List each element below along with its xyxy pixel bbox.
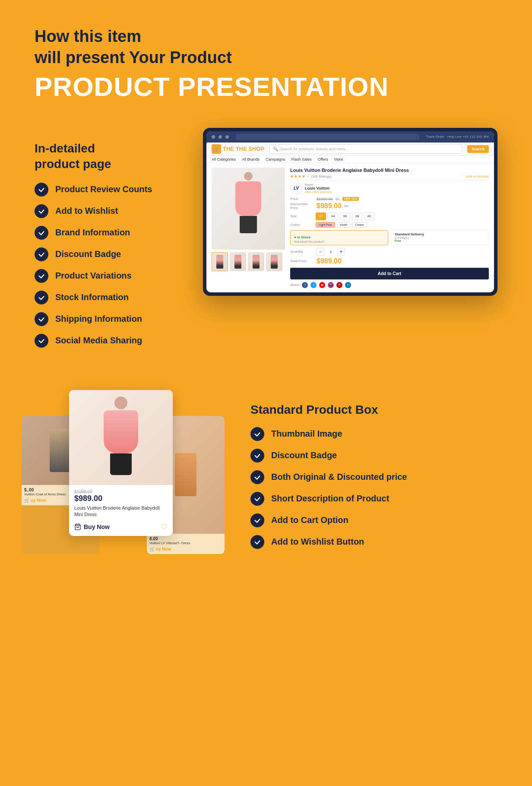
middle-section: In-detailed product page Product Review … <box>0 119 532 381</box>
list-item: Short Description of Product <box>250 492 497 506</box>
brand-info: Brand Louis Vuitton View other products.… <box>305 183 334 193</box>
checklist-heading-line2: product page <box>35 157 111 171</box>
pinterest-share-icon[interactable]: P <box>336 282 342 288</box>
card-buy-now-button[interactable]: Buy Now <box>74 523 110 530</box>
card-dress-figure <box>95 396 147 479</box>
product-cards-area: $..00 Vuitton Coat of Arms Dress 🛒 uy No… <box>35 390 225 589</box>
thumb-figure <box>271 255 278 269</box>
star-1 <box>290 174 294 178</box>
size-option-38[interactable]: 38 <box>352 212 362 220</box>
color-cream[interactable]: Cream <box>352 222 367 228</box>
cart-icon <box>74 523 81 530</box>
size-option-40[interactable]: 40 <box>364 212 374 220</box>
share-row: Share f t ▶ 📷 P in <box>290 282 489 288</box>
youtube-share-icon[interactable]: ▶ <box>319 282 325 288</box>
nav-link-campaigns[interactable]: Campaigns <box>266 157 285 162</box>
card-product-name: Louis Vuitton Broderie Anglaise Babydoll… <box>74 505 168 518</box>
right-checklist-heading: Standard Product Box <box>250 403 497 417</box>
size-row: Size 32 34 36 38 40 <box>290 212 489 220</box>
thumbnail-1[interactable] <box>212 252 228 271</box>
linkedin-share-icon[interactable]: in <box>345 282 351 288</box>
color-light-pink[interactable]: Light Pink <box>316 222 335 228</box>
brand-label: Brand <box>305 183 334 186</box>
qty-increase-button[interactable]: + <box>337 248 345 256</box>
list-item: Product Review Counts <box>35 183 177 196</box>
add-to-wishlist-link[interactable]: ♡ Add to Wishlist <box>462 174 489 178</box>
search-bar[interactable]: 🔍 Search for products, brands and more..… <box>269 144 462 154</box>
nav-link-brands[interactable]: All Brands <box>242 157 260 162</box>
search-hint: Search for products, brands and more... <box>280 147 348 151</box>
card-figure-body <box>104 410 138 453</box>
hero-subtitle: How this item will present Your Product <box>35 26 497 69</box>
hero-subtitle-line2: will present Your Product <box>35 48 232 67</box>
size-option-32[interactable]: 32 <box>316 212 326 220</box>
check-icon <box>35 183 48 196</box>
discount-badge: OFF 10% <box>342 197 359 201</box>
checklist-item-label: Add to Wishlist <box>55 206 118 216</box>
right-checklist-item-label: Both Original & Discounted price <box>271 472 407 482</box>
ask-link[interactable]: Ask about this product <box>294 240 384 243</box>
discounted-price: $989.00 <box>317 202 342 210</box>
checklist-heading-line1: In-detailed <box>35 142 95 155</box>
thumbnail-4[interactable] <box>266 252 282 271</box>
browser-topbar: Track Order Help Line +01 112 202 364 <box>206 131 494 143</box>
right-checklist-item-label: Add to Wishlist Button <box>271 537 364 547</box>
search-button[interactable]: Search <box>467 145 489 153</box>
buy-btn-label: Buy Now <box>84 523 110 530</box>
price-row: Price $1099.00 /pc OFF 10% <box>290 197 489 201</box>
product-content: Louis Vuitton Broderie Anglaise Babydoll… <box>206 163 494 292</box>
card-figure-head <box>114 396 127 409</box>
card-right-name: Vuitton LV VitesseT- Dress <box>149 541 222 545</box>
thumbnail-3[interactable] <box>248 252 264 271</box>
price-per: /pc <box>336 197 340 201</box>
product-info-column: Louis Vuitton Broderie Anglaise Babydoll… <box>290 168 489 288</box>
nav-link-flash[interactable]: Flash Sales <box>291 157 312 162</box>
checklist-item-label: Social Media Sharing <box>55 336 142 345</box>
facebook-share-icon[interactable]: f <box>302 282 308 288</box>
check-icon <box>35 269 48 283</box>
quantity-value: 1 <box>327 250 335 254</box>
in-stock-box: ● In Stock Ask about this product <box>290 230 388 245</box>
card-right-info: 8.00 Vuitton LV VitesseT- Dress 🛒 uy Now <box>147 534 225 554</box>
left-checklist-panel: In-detailed product page Product Review … <box>35 132 177 355</box>
nav-link-categories[interactable]: All Categories <box>212 157 236 162</box>
review-count: (169 Ratings) <box>311 174 332 178</box>
quantity-row: Quantity − 1 + <box>290 248 489 256</box>
card-original-price: $1099.00 <box>74 489 168 494</box>
right-checklist-item-label: Thumbnail Image <box>271 429 342 439</box>
card-figure-legs <box>110 453 132 475</box>
product-title: Louis Vuitton Broderie Anglaise Babydoll… <box>290 168 489 173</box>
star-4 <box>302 174 305 178</box>
color-violet[interactable]: Violet <box>337 222 350 228</box>
right-checklist-item-label: Short Description of Product <box>271 494 389 504</box>
shop-logo-text: THE THE SHOP <box>223 146 264 152</box>
list-item: Brand Information <box>35 226 177 240</box>
delivery-row: ● In Stock Ask about this product Standa… <box>290 230 489 245</box>
wishlist-heart-icon[interactable]: ♡ <box>161 522 168 532</box>
share-label: Share <box>290 283 299 287</box>
hero-title: PRODUCT PRESENTATION <box>35 71 497 102</box>
main-product-image <box>212 168 285 250</box>
size-option-36[interactable]: 36 <box>340 212 350 220</box>
twitter-share-icon[interactable]: t <box>310 282 317 288</box>
hero-section: How this item will present Your Product … <box>0 0 532 119</box>
product-figure <box>227 172 270 245</box>
brand-link[interactable]: View other products... <box>305 190 334 193</box>
nav-link-more[interactable]: More <box>334 157 343 162</box>
check-icon <box>35 291 48 304</box>
check-icon <box>250 427 264 441</box>
discounted-label: Discounted Price <box>290 202 314 210</box>
instagram-share-icon[interactable]: 📷 <box>328 282 334 288</box>
shop-logo: 🛒 THE THE SHOP <box>212 144 264 154</box>
card-right-btn[interactable]: 🛒 uy Now <box>149 547 222 551</box>
add-to-cart-button[interactable]: Add to Cart <box>290 268 489 279</box>
color-row: Colors Light Pink Violet Cream <box>290 222 489 228</box>
brand-logo: LV <box>290 182 302 194</box>
thumbnail-2[interactable] <box>230 252 246 271</box>
check-icon <box>250 470 264 484</box>
nav-link-offers[interactable]: Offers <box>318 157 328 162</box>
size-option-34[interactable]: 34 <box>328 212 338 220</box>
check-icon <box>35 226 48 240</box>
qty-decrease-button[interactable]: − <box>317 248 324 256</box>
list-item: Discount Badge <box>250 449 497 463</box>
